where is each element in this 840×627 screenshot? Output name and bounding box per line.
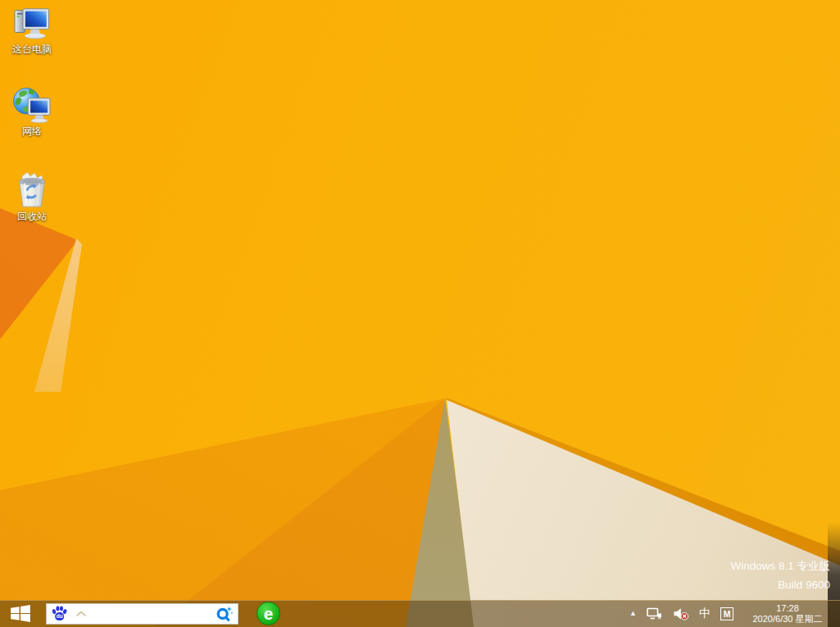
desktop-icon-network[interactable]: 网络 <box>2 86 62 137</box>
this-pc-icon <box>12 4 52 42</box>
show-hidden-icons-chevron[interactable]: ▲ <box>629 609 637 617</box>
desktop-surface[interactable]: 这台电脑 <box>0 0 840 627</box>
clock-date: 2020/6/30 星期二 <box>743 614 832 625</box>
desktop-icon-label: 这台电脑 <box>12 44 52 55</box>
taskbar-search-box[interactable]: du <box>46 603 238 625</box>
recycle-bin-icon <box>12 171 52 209</box>
chevron-up-icon[interactable] <box>75 611 87 617</box>
taskbar: du e ▲ <box>0 600 840 627</box>
network-icon <box>12 86 52 124</box>
desktop-icon-recycle-bin[interactable]: 回收站 <box>2 171 62 222</box>
baidu-paw-icon[interactable]: du <box>51 605 68 623</box>
watermark-edition: Windows 8.1 专业版 <box>730 557 830 575</box>
green-e-browser-button[interactable]: e <box>257 602 280 625</box>
desktop-icon-label: 网络 <box>22 126 42 137</box>
network-status-icon[interactable] <box>647 607 663 620</box>
desktop-icon-label: 回收站 <box>17 211 47 222</box>
green-e-icon: e <box>264 606 273 622</box>
start-button[interactable] <box>0 600 41 627</box>
baidu-paw-text: du <box>57 613 63 619</box>
clock-time: 17:28 <box>743 603 832 614</box>
system-tray: ▲ 中 M 17:28 2020/6/30 星期 <box>629 600 840 627</box>
taskbar-search-input[interactable] <box>87 606 216 622</box>
windows-watermark: Windows 8.1 专业版 Build 9600 <box>730 557 830 594</box>
taskbar-clock[interactable]: 17:28 2020/6/30 星期二 <box>743 603 832 625</box>
ime-mode-indicator[interactable]: M <box>720 607 733 620</box>
desktop-icon-this-pc[interactable]: 这台电脑 <box>2 4 62 55</box>
watermark-build: Build 9600 <box>730 575 830 594</box>
ime-language-indicator[interactable]: 中 <box>699 607 711 621</box>
windows-start-icon <box>10 603 31 624</box>
volume-muted-icon[interactable] <box>673 607 689 620</box>
baidu-search-magnifier-icon[interactable] <box>216 604 234 624</box>
